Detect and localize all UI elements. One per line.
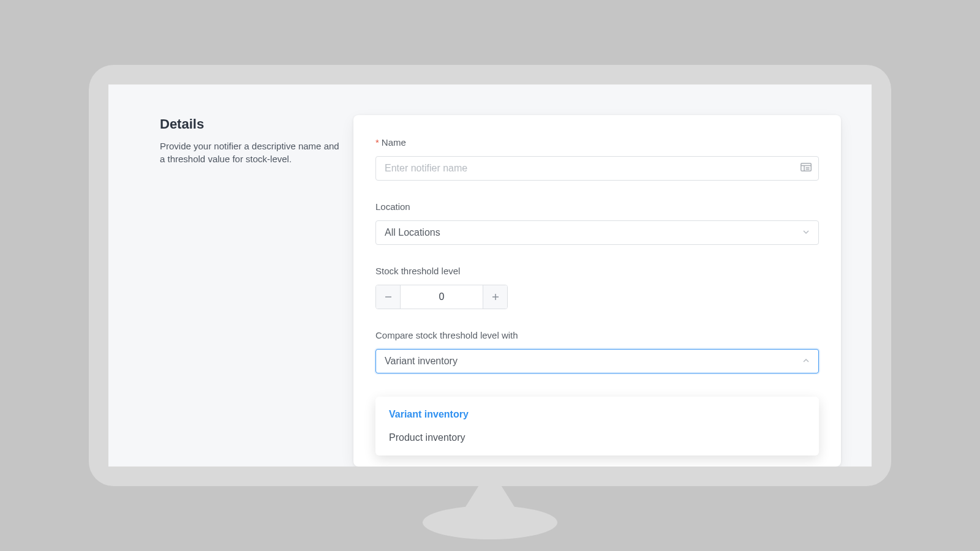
form-card: *Name <box>353 115 841 467</box>
location-select[interactable]: All Locations <box>375 220 819 245</box>
threshold-value[interactable]: 0 <box>401 285 483 309</box>
monitor-bezel: Details Provide your notifier a descript… <box>89 65 891 486</box>
threshold-field: Stock threshold level 0 <box>375 266 819 309</box>
compare-value: Variant inventory <box>385 356 458 367</box>
section-description: Provide your notifier a descriptive name… <box>160 140 344 165</box>
form-icon <box>801 163 812 174</box>
location-field: Location All Locations <box>375 201 819 245</box>
location-label: Location <box>375 201 819 212</box>
chevron-down-icon <box>802 227 810 238</box>
required-marker: * <box>375 137 379 148</box>
compare-option-variant[interactable]: Variant inventory <box>375 403 819 426</box>
stepper-increment[interactable] <box>483 285 507 309</box>
chevron-up-icon <box>802 356 810 367</box>
name-label-text: Name <box>382 137 406 148</box>
name-label: *Name <box>375 137 819 148</box>
details-sidebar: Details Provide your notifier a descript… <box>160 115 344 467</box>
compare-dropdown: Variant inventory Product inventory <box>375 397 819 455</box>
name-field: *Name <box>375 137 819 181</box>
section-title: Details <box>160 116 344 132</box>
compare-select[interactable]: Variant inventory <box>375 349 819 373</box>
threshold-stepper: 0 <box>375 285 508 309</box>
monitor-frame: Details Provide your notifier a descript… <box>89 65 891 486</box>
name-input[interactable] <box>375 156 819 181</box>
monitor-stand-base <box>423 506 557 539</box>
location-value: All Locations <box>385 227 440 238</box>
app-screen: Details Provide your notifier a descript… <box>108 84 872 467</box>
compare-label: Compare stock threshold level with <box>375 330 819 340</box>
compare-option-product[interactable]: Product inventory <box>375 426 819 449</box>
threshold-label: Stock threshold level <box>375 266 819 276</box>
compare-field: Compare stock threshold level with Varia… <box>375 330 819 373</box>
svg-rect-0 <box>801 163 812 171</box>
stepper-decrement[interactable] <box>376 285 401 309</box>
name-input-wrap <box>375 156 819 181</box>
